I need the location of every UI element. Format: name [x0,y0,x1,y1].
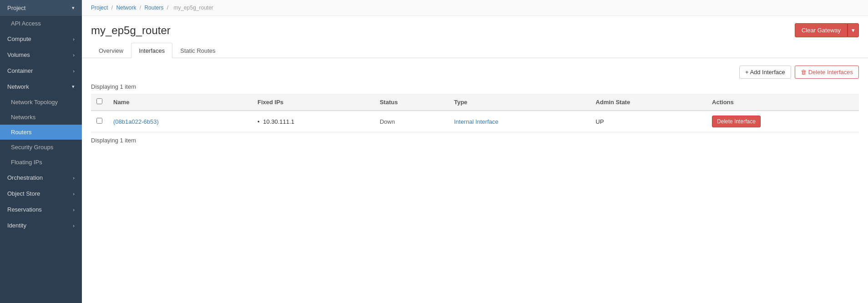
tab-interfaces[interactable]: Interfaces [131,43,172,58]
breadcrumb-routers[interactable]: Routers [144,5,163,11]
sidebar-project[interactable]: Project ▾ [0,0,82,16]
sidebar-object-store[interactable]: Object Store › [0,186,82,202]
table-row: (08b1a022-6b53) • 10.30.111.1 Down Inter… [91,111,859,132]
row-status-cell: Down [374,111,449,132]
row-checkbox[interactable] [96,118,102,124]
sidebar-container[interactable]: Container › [0,63,82,79]
breadcrumb-current: my_ep5g_router [173,5,213,11]
breadcrumb-sep3: / [167,5,170,11]
displaying-count-bottom: Displaying 1 item [91,137,859,144]
tabs: Overview Interfaces Static Routes [82,43,868,58]
sidebar-item-security-groups[interactable]: Security Groups [0,140,82,155]
row-admin-state-cell: UP [590,111,707,132]
sidebar-volumes-label: Volumes [7,51,30,58]
tab-overview[interactable]: Overview [91,43,131,58]
sidebar-volumes[interactable]: Volumes › [0,47,82,63]
sidebar-network-label: Network [7,83,29,90]
project-chevron-icon: ▾ [72,5,75,11]
header-admin-state: Admin State [590,94,707,111]
trash-icon: 🗑 [801,69,807,76]
sidebar-orchestration[interactable]: Orchestration › [0,170,82,186]
sidebar-compute[interactable]: Compute › [0,31,82,47]
breadcrumb-sep2: / [140,5,143,11]
breadcrumb: Project / Network / Routers / my_ep5g_ro… [82,0,868,16]
header-status: Status [374,94,449,111]
table-toolbar: + Add Interface 🗑 Delete Interfaces [91,66,859,79]
type-value[interactable]: Internal Interface [454,118,499,125]
sidebar-identity-label: Identity [7,222,26,229]
add-interface-button[interactable]: + Add Interface [739,66,791,79]
add-interface-label: + Add Interface [745,69,785,76]
breadcrumb-project[interactable]: Project [91,5,108,11]
reservations-chevron-icon: › [73,207,75,212]
sidebar-project-label: Project [7,5,25,11]
delete-interface-button[interactable]: Delete Interface [712,116,761,127]
bullet-icon: • [257,118,260,125]
dropdown-arrow-icon: ▾ [852,27,855,34]
volumes-chevron-icon: › [73,52,75,58]
select-all-checkbox[interactable] [96,98,102,104]
row-actions-cell: Delete Interface [707,111,859,132]
container-chevron-icon: › [73,68,75,74]
main-content: Project / Network / Routers / my_ep5g_ro… [82,0,868,303]
header-fixed-ips: Fixed IPs [252,94,374,111]
row-fixed-ips-cell: • 10.30.111.1 [252,111,374,132]
sidebar-orchestration-label: Orchestration [7,174,43,181]
clear-gateway-dropdown-button[interactable]: ▾ [848,23,859,37]
content-area: + Add Interface 🗑 Delete Interfaces Disp… [82,58,868,303]
page-title: my_ep5g_router [91,24,171,37]
interface-name-link[interactable]: (08b1a022-6b53) [113,118,159,125]
sidebar-network[interactable]: Network ▾ [0,79,82,95]
delete-interfaces-label: Delete Interfaces [808,69,853,76]
tab-static-routes[interactable]: Static Routes [172,43,223,58]
delete-interfaces-button[interactable]: 🗑 Delete Interfaces [795,66,859,79]
sidebar-object-store-label: Object Store [7,190,40,197]
page-header: my_ep5g_router Clear Gateway ▾ [82,16,868,43]
table-header-row: Name Fixed IPs Status Type Admin State [91,94,859,111]
row-type-cell: Internal Interface [449,111,590,132]
sidebar-item-networks[interactable]: Networks [0,110,82,125]
header-actions: Actions [707,94,859,111]
header-checkbox-col [91,94,108,111]
sidebar: Project ▾ API Access Compute › Volumes ›… [0,0,82,303]
sidebar-reservations-label: Reservations [7,206,42,213]
breadcrumb-network[interactable]: Network [116,5,136,11]
orchestration-chevron-icon: › [73,175,75,181]
sidebar-item-floating-ips[interactable]: Floating IPs [0,155,82,170]
sidebar-item-routers[interactable]: Routers [0,125,82,140]
fixed-ip-value: 10.30.111.1 [263,118,294,125]
header-type: Type [449,94,590,111]
sidebar-identity[interactable]: Identity › [0,217,82,233]
header-actions: Clear Gateway ▾ [795,23,859,37]
header-name: Name [108,94,252,111]
admin-state-value: UP [595,118,604,125]
network-chevron-icon: ▾ [72,84,75,90]
interfaces-table: Name Fixed IPs Status Type Admin State [91,94,859,132]
compute-chevron-icon: › [73,36,75,42]
displaying-count-top: Displaying 1 item [91,83,859,90]
sidebar-container-label: Container [7,67,33,74]
breadcrumb-sep1: / [111,5,115,11]
row-checkbox-cell [91,111,108,132]
sidebar-item-api-access[interactable]: API Access [0,16,82,31]
identity-chevron-icon: › [73,223,75,228]
status-value: Down [380,118,395,125]
sidebar-item-network-topology[interactable]: Network Topology [0,95,82,110]
object-store-chevron-icon: › [73,191,75,197]
sidebar-compute-label: Compute [7,35,31,42]
row-name-cell: (08b1a022-6b53) [108,111,252,132]
sidebar-reservations[interactable]: Reservations › [0,202,82,217]
clear-gateway-button[interactable]: Clear Gateway [795,23,848,37]
